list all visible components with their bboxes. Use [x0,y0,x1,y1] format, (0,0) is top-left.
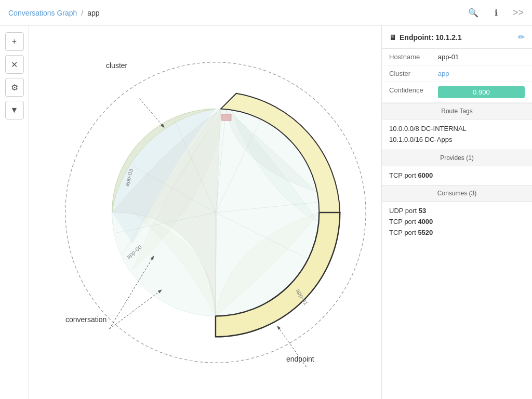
panel-title: 🖥 Endpoint: 10.1.2.1 [389,33,462,42]
consumes-port-3: 5520 [418,229,433,236]
conversation-label: conversation [65,315,107,324]
x-icon: ✕ [11,60,18,70]
cluster-label-cell: Cluster [382,65,431,82]
route-tag-1: 10.0.0.0/8 DC-INTERNAL [389,124,525,135]
panel-info-table: Hostname app-01 Cluster app Confidence 0… [382,49,532,103]
hostname-value: app-01 [431,49,532,65]
provides-item-1: TCP port 6000 [389,170,525,181]
plus-icon: + [12,37,17,46]
graph-svg: app-03 app-00 app-01 [29,26,381,399]
consumes-item-1: UDP port 53 [389,206,525,217]
add-button[interactable]: + [5,32,24,51]
info-icon: ℹ [495,8,498,18]
breadcrumb-conversations-graph[interactable]: Conversations Graph [8,9,77,17]
cluster-label: cluster [106,61,127,70]
provides-port-1: 6000 [418,171,433,179]
consumes-port-1: 53 [419,207,426,215]
right-panel: 🖥 Endpoint: 10.1.2.1 ✏ Hostname app-01 C… [381,26,532,399]
svg-rect-13 [222,114,231,121]
breadcrumb: Conversations Graph / app [8,9,100,17]
cluster-row: Cluster app [382,65,532,82]
hostname-label: Hostname [382,49,431,65]
header-icons: 🔍 ℹ >> [465,5,524,21]
edit-icon[interactable]: ✏ [518,32,525,42]
confidence-label: Confidence [382,82,431,103]
settings-button[interactable]: ⚙ [5,78,24,97]
graph-area[interactable]: app-03 app-00 app-01 cluster conversatio… [29,26,381,399]
consumes-content: UDP port 53 TCP port 4000 TCP port 5520 [382,202,532,242]
endpoint-label: endpoint [286,355,314,363]
header: Conversations Graph / app 🔍 ℹ >> [0,0,532,26]
svg-line-15 [110,290,162,329]
cluster-link[interactable]: app [438,70,449,77]
monitor-icon: 🖥 [389,33,396,42]
filter-icon: ▼ [10,105,19,115]
route-tags-content: 10.0.0.0/8 DC-INTERNAL 10.1.0.0/16 DC-Ap… [382,119,532,150]
expand-button[interactable]: >> [513,7,524,18]
endpoint-title: Endpoint: 10.1.2.1 [400,33,462,42]
filter-button[interactable]: ▼ [5,101,24,119]
confidence-row: Confidence 0.900 [382,82,532,103]
consumes-item-3: TCP port 5520 [389,228,525,238]
route-tags-header: Route Tags [382,103,532,119]
hostname-row: Hostname app-01 [382,49,532,65]
consumes-item-2: TCP port 4000 [389,217,525,228]
search-icon: 🔍 [468,8,478,18]
breadcrumb-separator: / [81,9,83,17]
confidence-value-cell: 0.900 [431,82,532,103]
breadcrumb-current: app [87,9,99,17]
provides-header: Provides (1) [382,150,532,166]
svg-line-14 [139,99,164,127]
route-tag-2: 10.1.0.0/16 DC-Apps [389,135,525,145]
confidence-badge: 0.900 [438,86,525,98]
main-content: + ✕ ⚙ ▼ [0,26,532,399]
gear-icon: ⚙ [11,83,18,92]
cluster-value[interactable]: app [431,65,532,82]
toolbar: + ✕ ⚙ ▼ [0,26,29,399]
info-button[interactable]: ℹ [488,5,504,21]
search-button[interactable]: 🔍 [465,5,482,21]
consumes-header: Consumes (3) [382,185,532,202]
provides-content: TCP port 6000 [382,166,532,185]
close-button[interactable]: ✕ [5,55,24,74]
panel-header: 🖥 Endpoint: 10.1.2.1 ✏ [382,26,532,49]
consumes-port-2: 4000 [418,218,433,225]
